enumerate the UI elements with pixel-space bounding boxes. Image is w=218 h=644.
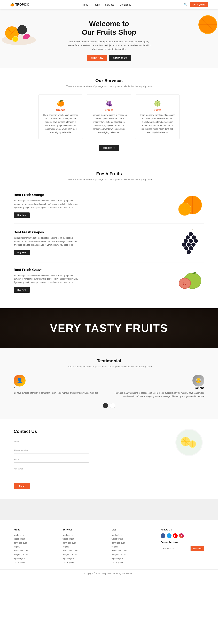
fruit-desc-orange: but the majority have suffered alteratio… — [14, 199, 78, 209]
services-section: Our Services There are many variations o… — [0, 68, 218, 161]
footer-col-fruits: Fruits randomised words which don't look… — [14, 528, 29, 564]
contact-phone-input[interactable] — [14, 447, 88, 454]
fruit-item-grapes: Best Fresh Grapes but the majority have … — [14, 224, 204, 262]
avatar-0: 👤 — [14, 374, 26, 386]
nav-right: 🔍 Get a Quote — [184, 2, 208, 7]
testimonial-prev-button[interactable]: ← — [103, 403, 108, 408]
hero-bowl-svg — [0, 13, 38, 47]
hero-buttons: SHOP NOW CONTACT US — [66, 55, 152, 61]
footer-subscribe-heading: Subscribe Now — [161, 541, 204, 544]
fruit-info-guava: Best Fresh Gauva but the majority have s… — [14, 268, 78, 293]
list-item: don't look even — [14, 541, 29, 545]
service-icon-grapes: 🍇 — [91, 100, 127, 107]
list-item: are going to use — [63, 553, 78, 557]
list-item: believable. If you — [112, 549, 127, 553]
nav-fruits[interactable]: Fruits — [94, 4, 100, 6]
nav-services[interactable]: Services — [105, 4, 114, 6]
svg-point-33 — [182, 242, 186, 246]
svg-point-45 — [183, 282, 185, 284]
footer-col-list: List randomised words which don't look e… — [112, 528, 127, 564]
nav-home[interactable]: Home — [82, 4, 88, 6]
fruit-item-orange: Best Fresh Orange but the majority have … — [14, 188, 204, 223]
svg-point-46 — [185, 284, 186, 285]
contact-message-input[interactable] — [14, 466, 88, 479]
twitter-icon[interactable]: t — [167, 533, 171, 538]
subscribe-button[interactable]: Subscribe — [191, 546, 204, 551]
list-item: words which — [14, 537, 29, 541]
service-icon-orange: 🍊 — [43, 100, 78, 107]
contact-section: Contact Us Send — [0, 419, 218, 499]
svg-point-30 — [184, 239, 188, 243]
fresh-section: Fresh Fruits There are many variations o… — [0, 161, 218, 308]
shop-now-button[interactable]: SHOP NOW — [87, 55, 107, 61]
contact-name-input[interactable] — [14, 438, 88, 444]
service-icon-guava: 🍈 — [140, 100, 175, 107]
facebook-icon[interactable]: f — [161, 533, 165, 538]
get-ticket-button[interactable]: Get a Quote — [190, 2, 208, 7]
instagram-icon[interactable]: ◉ — [179, 533, 184, 538]
buy-now-guava[interactable]: Buy Now — [14, 287, 30, 293]
contact-us-button[interactable]: CONTACT US — [109, 55, 131, 61]
youtube-icon[interactable]: ▶ — [173, 533, 178, 538]
service-desc-grapes: There are many variations of passages of… — [91, 113, 127, 134]
fruit-item-guava: Best Fresh Gauva but the majority have s… — [14, 262, 204, 298]
footer-col-social: Follow Us f t ▶ ◉ Subscribe Now Subscrib… — [161, 528, 204, 564]
list-item: randomised — [14, 533, 29, 537]
service-name-grapes: Grapes — [91, 108, 127, 111]
list-item: randomised — [63, 533, 78, 537]
list-item: words which — [63, 537, 78, 541]
fresh-subtitle: There are many variations of passages of… — [14, 178, 204, 181]
svg-point-47 — [183, 284, 184, 285]
contact-email-input[interactable] — [14, 456, 88, 463]
navbar: 🍊 TROPICO Home Fruits Services Contact u… — [0, 0, 218, 9]
svg-point-34 — [187, 242, 191, 246]
lemon-decoration — [174, 427, 204, 458]
services-title: Our Services — [14, 78, 204, 83]
fruit-img-orange — [177, 193, 204, 218]
brand-logo[interactable]: 🍊 TROPICO — [10, 3, 29, 7]
list-item: slightly — [112, 545, 127, 549]
subscribe-input[interactable] — [161, 546, 191, 551]
social-icons: f t ▶ ◉ — [161, 533, 204, 538]
svg-point-32 — [194, 239, 198, 243]
svg-point-7 — [17, 25, 27, 34]
svg-point-27 — [189, 232, 193, 236]
read-more-button[interactable]: Read More — [99, 145, 119, 151]
svg-point-36 — [184, 246, 188, 250]
list-item: are going to use — [112, 553, 127, 557]
footer-follow-heading: Follow Us — [161, 528, 204, 531]
service-card-orange: 🍊 Orange There are many variations of pa… — [39, 94, 83, 139]
contact-form: Send — [14, 438, 88, 489]
contact-send-button[interactable]: Send — [14, 483, 30, 489]
brand-name: TROPICO — [15, 3, 29, 6]
service-name-orange: Orange — [43, 108, 78, 111]
list-item: are going to use — [14, 553, 29, 557]
list-item: don't look even — [112, 541, 127, 545]
testimonial-card-0: 👤 X nly have suffered alteration in some… — [14, 374, 105, 398]
service-desc-guava: There are many variations of passages of… — [140, 113, 175, 134]
buy-now-grapes[interactable]: Buy Now — [14, 250, 30, 255]
banner-title: VERY TASTY FRUITS — [10, 322, 208, 334]
brand-icon: 🍊 — [10, 3, 14, 7]
nav-contact[interactable]: Contact us — [120, 4, 131, 6]
search-icon[interactable]: 🔍 — [184, 3, 187, 6]
svg-point-28 — [186, 236, 190, 240]
testimonial-text-0: nly have suffered alteration in some for… — [14, 391, 105, 395]
fruit-desc-guava: but the majority have suffered alteratio… — [14, 274, 78, 284]
list-item: believable. If you — [63, 549, 78, 553]
testimonial-card-1: 👴 Johnhe There are many variations of pa… — [113, 374, 204, 398]
hero-content: Welcome to Our Fruits Shop There are man… — [66, 20, 152, 61]
services-subtitle: There are many variations of passages of… — [14, 85, 204, 88]
hero-right-svg — [197, 11, 218, 38]
testimonial-subtitle: There are many variations of passages of… — [14, 365, 204, 368]
testimonial-next-button[interactable]: → — [110, 403, 115, 408]
buy-now-orange[interactable]: Buy Now — [14, 212, 30, 218]
svg-point-10 — [13, 36, 18, 42]
spacer-section — [0, 499, 218, 520]
fruit-name-orange: Best Fresh Orange — [14, 193, 78, 197]
hero-description: There are many variations of passages of… — [66, 40, 152, 51]
list-item: Lorem ipsum. — [112, 560, 127, 564]
footer-list-list: randomised words which don't look even s… — [112, 533, 127, 564]
svg-line-40 — [191, 229, 193, 230]
service-card-guava: 🍈 Guava There are many variations of pas… — [135, 94, 179, 139]
